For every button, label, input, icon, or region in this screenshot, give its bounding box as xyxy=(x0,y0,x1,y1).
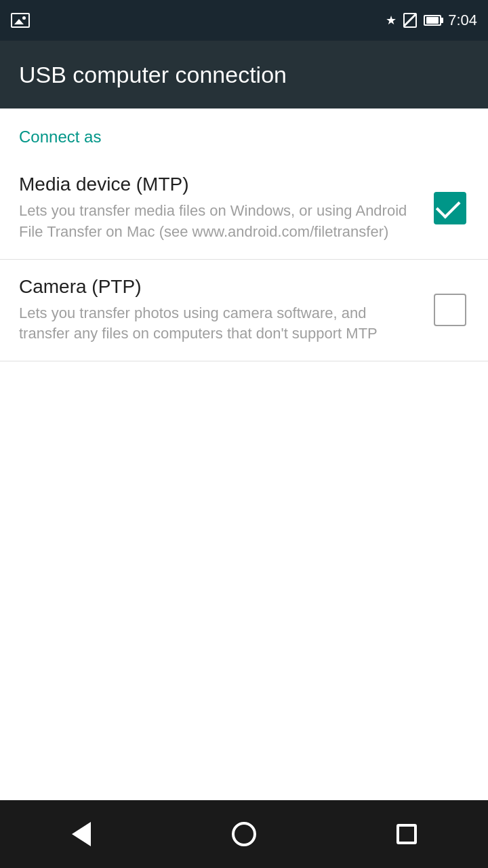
toolbar: USB computer connection xyxy=(0,41,488,108)
time-display: 7:04 xyxy=(448,12,477,29)
mtp-option-row[interactable]: Media device (MTP) Lets you transfer med… xyxy=(0,157,488,260)
home-icon xyxy=(232,822,256,846)
mtp-option-title: Media device (MTP) xyxy=(19,174,418,195)
content-area: Connect as Media device (MTP) Lets you t… xyxy=(0,108,488,361)
ptp-option-title: Camera (PTP) xyxy=(19,276,418,298)
status-bar-left xyxy=(11,13,30,28)
sim-off-icon xyxy=(403,14,417,27)
home-button[interactable] xyxy=(217,807,271,861)
ptp-option-description: Lets you transfer photos using camera so… xyxy=(19,303,418,345)
nav-bar xyxy=(0,800,488,868)
recents-icon xyxy=(396,824,417,844)
section-header: Connect as xyxy=(0,108,488,157)
status-bar: ★ 7:04 xyxy=(0,0,488,41)
section-title: Connect as xyxy=(19,127,101,146)
page-title: USB computer connection xyxy=(19,62,287,88)
back-icon xyxy=(72,822,91,846)
image-icon xyxy=(11,13,30,28)
mtp-checkbox[interactable] xyxy=(431,189,469,227)
recents-button[interactable] xyxy=(380,807,434,861)
mtp-option-content: Media device (MTP) Lets you transfer med… xyxy=(19,174,431,243)
back-button[interactable] xyxy=(54,807,108,861)
ptp-option-content: Camera (PTP) Lets you transfer photos us… xyxy=(19,276,431,345)
ptp-checkbox-unchecked xyxy=(434,294,466,326)
mtp-checkbox-checked xyxy=(434,192,466,224)
status-bar-right: ★ 7:04 xyxy=(386,12,477,29)
mtp-option-description: Lets you transfer media files on Windows… xyxy=(19,201,418,243)
star-icon: ★ xyxy=(386,13,396,28)
battery-status-icon xyxy=(424,15,441,26)
ptp-option-row[interactable]: Camera (PTP) Lets you transfer photos us… xyxy=(0,260,488,362)
ptp-checkbox[interactable] xyxy=(431,291,469,329)
